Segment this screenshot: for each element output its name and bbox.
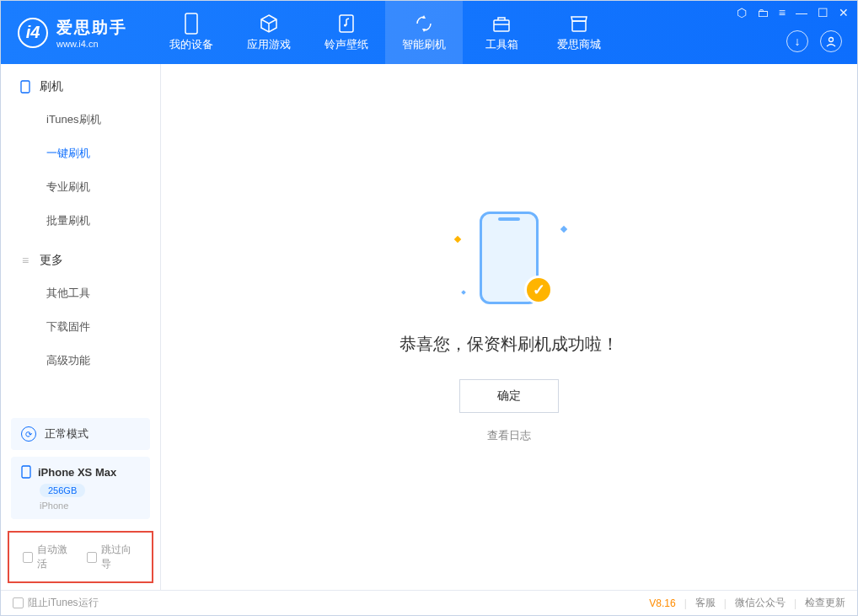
header-actions: ↓ bbox=[786, 30, 842, 52]
lock-icon[interactable]: 🗀 bbox=[757, 6, 769, 19]
wechat-link[interactable]: 微信公众号 bbox=[735, 596, 786, 610]
svg-rect-0 bbox=[185, 13, 197, 34]
app-header: i4 爱思助手 www.i4.cn 我的设备 应用游戏 铃声壁纸 智能刷机 工具… bbox=[1, 1, 857, 64]
tab-toolbox[interactable]: 工具箱 bbox=[463, 1, 540, 64]
device-type: iPhone bbox=[40, 501, 140, 511]
app-url: www.i4.cn bbox=[56, 39, 127, 49]
svg-rect-5 bbox=[572, 21, 586, 31]
refresh-icon bbox=[414, 13, 434, 34]
checkbox-label: 自动激活 bbox=[37, 543, 74, 571]
store-icon bbox=[569, 13, 589, 34]
status-normal-icon: ⟳ bbox=[21, 426, 36, 442]
device-status-card[interactable]: ⟳ 正常模式 bbox=[11, 418, 150, 450]
confirm-button[interactable]: 确定 bbox=[459, 379, 559, 413]
sidebar-section-flash: 刷机 bbox=[1, 79, 160, 103]
tab-label: 应用游戏 bbox=[247, 37, 291, 52]
tab-label: 铃声壁纸 bbox=[324, 37, 368, 52]
svg-rect-8 bbox=[22, 466, 30, 478]
checkbox-icon bbox=[87, 552, 97, 563]
device-name: iPhone XS Max bbox=[38, 466, 116, 479]
tab-ringtones-wallpapers[interactable]: 铃声壁纸 bbox=[308, 1, 385, 64]
checkbox-label: 阻止iTunes运行 bbox=[28, 596, 99, 610]
check-badge-icon: ✓ bbox=[524, 276, 553, 304]
phone-icon bbox=[181, 13, 201, 34]
tab-label: 爱思商城 bbox=[557, 37, 601, 52]
block-itunes-checkbox[interactable]: 阻止iTunes运行 bbox=[13, 596, 99, 610]
main-content: ✓ 恭喜您，保资料刷机成功啦！ 确定 查看日志 bbox=[161, 64, 857, 590]
section-title: 更多 bbox=[40, 253, 63, 268]
logo-icon: i4 bbox=[18, 18, 48, 48]
menu-icon[interactable]: ≡ bbox=[779, 6, 786, 19]
window-controls: ⬡ 🗀 ≡ ― ☐ ✕ bbox=[737, 6, 849, 19]
success-illustration: ✓ bbox=[450, 212, 568, 313]
close-button[interactable]: ✕ bbox=[839, 6, 849, 19]
status-label: 正常模式 bbox=[45, 426, 88, 442]
skip-guide-checkbox[interactable]: 跳过向导 bbox=[87, 543, 139, 571]
check-update-link[interactable]: 检查更新 bbox=[805, 596, 845, 610]
sidebar-item-other-tools[interactable]: 其他工具 bbox=[1, 276, 160, 310]
cube-icon bbox=[259, 13, 279, 34]
nav-tabs: 我的设备 应用游戏 铃声壁纸 智能刷机 工具箱 爱思商城 bbox=[153, 1, 618, 64]
toolbox-icon bbox=[491, 13, 512, 34]
list-icon: ≡ bbox=[19, 254, 31, 266]
tab-apps-games[interactable]: 应用游戏 bbox=[230, 1, 308, 64]
sidebar-section-more: ≡ 更多 bbox=[1, 253, 160, 276]
app-logo: i4 爱思助手 www.i4.cn bbox=[1, 17, 144, 49]
device-phone-icon bbox=[21, 465, 31, 479]
tab-my-device[interactable]: 我的设备 bbox=[153, 1, 230, 64]
tab-store[interactable]: 爱思商城 bbox=[540, 1, 618, 64]
section-title: 刷机 bbox=[40, 79, 63, 94]
sidebar-item-advanced[interactable]: 高级功能 bbox=[1, 344, 160, 378]
checkbox-icon bbox=[23, 552, 33, 563]
download-icon[interactable]: ↓ bbox=[786, 30, 808, 52]
version-label: V8.16 bbox=[649, 597, 675, 609]
sidebar-item-itunes-flash[interactable]: iTunes刷机 bbox=[1, 103, 160, 137]
music-icon bbox=[336, 13, 357, 34]
support-link[interactable]: 客服 bbox=[695, 596, 716, 610]
sidebar-item-oneclick-flash[interactable]: 一键刷机 bbox=[1, 137, 160, 170]
device-icon bbox=[19, 81, 31, 93]
svg-rect-7 bbox=[21, 81, 29, 93]
minimize-button[interactable]: ― bbox=[796, 6, 807, 19]
auto-activate-checkbox[interactable]: 自动激活 bbox=[23, 543, 75, 571]
device-storage-badge: 256GB bbox=[40, 484, 85, 497]
checkbox-icon bbox=[13, 597, 24, 608]
svg-point-2 bbox=[344, 24, 346, 26]
maximize-button[interactable]: ☐ bbox=[818, 6, 829, 19]
success-title: 恭喜您，保资料刷机成功啦！ bbox=[400, 333, 619, 356]
tab-smart-flash[interactable]: 智能刷机 bbox=[385, 1, 463, 64]
sidebar: 刷机 iTunes刷机 一键刷机 专业刷机 批量刷机 ≡ 更多 其他工具 下载固… bbox=[1, 64, 161, 590]
shirt-icon[interactable]: ⬡ bbox=[737, 6, 747, 19]
app-title: 爱思助手 bbox=[56, 17, 127, 39]
user-icon[interactable] bbox=[820, 30, 842, 52]
tab-label: 工具箱 bbox=[485, 37, 518, 52]
tab-label: 智能刷机 bbox=[402, 37, 446, 52]
footer: 阻止iTunes运行 V8.16 | 客服 | 微信公众号 | 检查更新 bbox=[1, 590, 857, 615]
sidebar-item-pro-flash[interactable]: 专业刷机 bbox=[1, 170, 160, 204]
checkbox-label: 跳过向导 bbox=[101, 543, 138, 571]
device-card[interactable]: iPhone XS Max 256GB iPhone bbox=[11, 457, 150, 519]
view-log-link[interactable]: 查看日志 bbox=[487, 428, 531, 443]
options-row: 自动激活 跳过向导 bbox=[8, 531, 153, 583]
svg-point-6 bbox=[829, 38, 834, 42]
svg-rect-3 bbox=[494, 20, 509, 31]
sidebar-item-download-firmware[interactable]: 下载固件 bbox=[1, 310, 160, 344]
tab-label: 我的设备 bbox=[169, 37, 213, 52]
sidebar-item-batch-flash[interactable]: 批量刷机 bbox=[1, 204, 160, 238]
